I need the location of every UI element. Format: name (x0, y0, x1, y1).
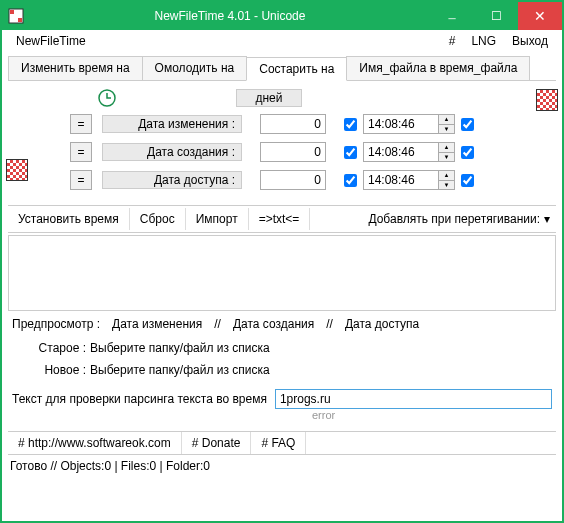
close-button[interactable] (518, 2, 562, 30)
end-checkbox-accessed[interactable] (461, 174, 474, 187)
tab-filename[interactable]: Имя_файла в время_файла (346, 56, 530, 80)
maximize-button[interactable] (474, 2, 518, 30)
parse-error: error (312, 409, 562, 421)
time-input-created[interactable] (363, 142, 439, 162)
app-icon (8, 8, 24, 24)
txt-button[interactable]: =>txt<= (249, 208, 311, 230)
new-label: Новое : (26, 363, 86, 377)
preview-accessed[interactable]: Дата доступа (345, 317, 419, 331)
status-bar: Готово // Objects:0 | Files:0 | Folder:0 (2, 455, 562, 477)
drag-dropdown[interactable]: Добавлять при перетягивании: ▾ (362, 208, 556, 230)
lng-menu[interactable]: LNG (463, 32, 504, 50)
preview-modified[interactable]: Дата изменения (112, 317, 202, 331)
link-site[interactable]: # http://www.softwareok.com (8, 432, 182, 454)
time-checkbox-modified[interactable] (344, 118, 357, 131)
time-spinner-created[interactable]: ▲▼ (439, 142, 455, 162)
parse-row: Текст для проверки парсинга текста во вр… (12, 389, 552, 409)
eq-button-created[interactable]: = (70, 142, 92, 162)
preview-label: Предпросмотр : (12, 317, 100, 331)
old-row: Старое : Выберите папку/файл из списка (2, 337, 562, 359)
new-row: Новое : Выберите папку/файл из списка (2, 359, 562, 381)
time-spinner-accessed[interactable]: ▲▼ (439, 170, 455, 190)
days-input-accessed[interactable] (260, 170, 326, 190)
link-donate[interactable]: # Donate (182, 432, 252, 454)
time-input-accessed[interactable] (363, 170, 439, 190)
end-checkbox-created[interactable] (461, 146, 474, 159)
preview-sep2: // (326, 317, 333, 331)
file-list[interactable] (8, 235, 556, 311)
tab-younger[interactable]: Омолодить на (142, 56, 248, 80)
reset-button[interactable]: Сброс (130, 208, 186, 230)
titlebar: NewFileTime 4.01 - Unicode (2, 2, 562, 30)
old-label: Старое : (26, 341, 86, 355)
svg-rect-2 (18, 18, 22, 22)
tab-strip: Изменить время на Омолодить на Состарить… (8, 56, 556, 81)
tab-panel: дней = Дата изменения : ▲▼ = Дата создан… (2, 81, 562, 203)
row-modified: = Дата изменения : ▲▼ (22, 111, 542, 137)
pixel-icon-right[interactable] (536, 89, 558, 111)
time-checkbox-accessed[interactable] (344, 174, 357, 187)
preview-sep1: // (214, 317, 221, 331)
svg-rect-1 (10, 10, 14, 14)
label-modified: Дата изменения : (102, 115, 242, 133)
hash-menu[interactable]: # (441, 32, 464, 50)
app-menu[interactable]: NewFileTime (8, 32, 441, 50)
old-value: Выберите папку/файл из списка (90, 341, 270, 355)
time-spinner-modified[interactable]: ▲▼ (439, 114, 455, 134)
window-title: NewFileTime 4.01 - Unicode (30, 9, 430, 23)
parse-label: Текст для проверки парсинга текста во вр… (12, 392, 267, 406)
drag-label: Добавлять при перетягивании: (368, 212, 540, 226)
days-input-modified[interactable] (260, 114, 326, 134)
new-value: Выберите папку/файл из списка (90, 363, 270, 377)
exit-menu[interactable]: Выход (504, 32, 556, 50)
label-accessed: Дата доступа : (102, 171, 242, 189)
eq-button-modified[interactable]: = (70, 114, 92, 134)
row-created: = Дата создания : ▲▼ (22, 139, 542, 165)
eq-button-accessed[interactable]: = (70, 170, 92, 190)
parse-input[interactable] (275, 389, 552, 409)
end-checkbox-modified[interactable] (461, 118, 474, 131)
preview-row: Предпросмотр : Дата изменения // Дата со… (2, 311, 562, 337)
pixel-icon-left[interactable] (6, 159, 28, 181)
tab-change-time[interactable]: Изменить время на (8, 56, 143, 80)
tab-older[interactable]: Состарить на (246, 57, 347, 81)
days-input-created[interactable] (260, 142, 326, 162)
time-checkbox-created[interactable] (344, 146, 357, 159)
set-time-button[interactable]: Установить время (8, 208, 130, 230)
chevron-down-icon: ▾ (544, 212, 550, 226)
links-row: # http://www.softwareok.com # Donate # F… (8, 431, 556, 455)
clock-icon (98, 89, 116, 107)
row-accessed: = Дата доступа : ▲▼ (22, 167, 542, 193)
time-input-modified[interactable] (363, 114, 439, 134)
action-toolbar: Установить время Сброс Импорт =>txt<= До… (8, 205, 556, 233)
days-header: дней (236, 89, 302, 107)
minimize-button[interactable] (430, 2, 474, 30)
link-faq[interactable]: # FAQ (251, 432, 306, 454)
label-created: Дата создания : (102, 143, 242, 161)
import-button[interactable]: Импорт (186, 208, 249, 230)
preview-created[interactable]: Дата создания (233, 317, 314, 331)
menubar: NewFileTime # LNG Выход (2, 30, 562, 52)
